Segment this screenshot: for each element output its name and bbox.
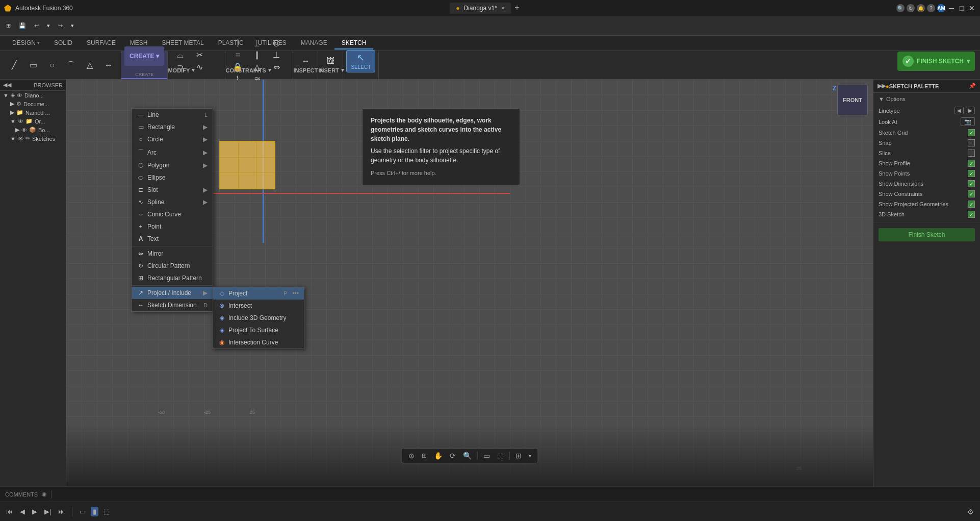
grid-btn[interactable]: ⊞ [3, 21, 14, 30]
menu-item-sketch-dimension[interactable]: ↔ Sketch Dimension D [132, 299, 213, 311]
undo-btn[interactable]: ↩ [31, 21, 42, 30]
ribbon-modify-offset-btn[interactable]: ⌓ [171, 49, 189, 61]
ribbon-constraint-perp-btn[interactable]: ⊥ [267, 49, 286, 61]
sketch-palette-pin-icon[interactable]: 📌 [969, 83, 976, 89]
submenu-item-project[interactable]: ◇ Project P ••• [213, 287, 304, 300]
showprofile-checkbox[interactable]: ✓ [968, 160, 975, 167]
menu-item-ellipse[interactable]: ⬭ Ellipse [132, 171, 213, 184]
menu-item-text[interactable]: A Text [132, 233, 213, 245]
showprojected-checkbox[interactable]: ✓ [968, 201, 975, 208]
playback-next-btn[interactable]: ▶| [42, 507, 53, 516]
browser-item-root2[interactable]: ▼ 👁 📁 Or... [0, 117, 66, 126]
sketchgrid-checkbox[interactable]: ✓ [968, 129, 975, 136]
notification-btn[interactable]: 🔔 [917, 4, 925, 12]
menu-item-slot[interactable]: ⊏ Slot ▶ [132, 184, 213, 196]
settings-btn[interactable]: ⚙ [965, 507, 976, 517]
submenu-item-intersection-curve[interactable]: ◉ Intersection Curve [213, 336, 304, 349]
finish-sketch-btn[interactable]: ✓ FINISH SKETCH ▾ [897, 52, 975, 71]
palette-options-title[interactable]: ▼ Options [879, 96, 975, 102]
menu-item-mirror[interactable]: ⇔ Mirror [132, 247, 213, 260]
menu-item-circle[interactable]: ○ Circle ▶ [132, 133, 213, 145]
redo-btn[interactable]: ↪ [55, 21, 66, 30]
ribbon-dimen-btn[interactable]: ↔ [99, 60, 118, 71]
browser-collapse-icon[interactable]: ◀◀ [3, 82, 11, 88]
tab-design[interactable]: DESIGN ▾ [5, 37, 47, 49]
create-menu-btn[interactable]: CREATE ▾ [124, 46, 164, 66]
canvas-pan-btn[interactable]: ⊞ [419, 451, 429, 460]
canvas-orbit-btn[interactable]: ⊕ [406, 451, 417, 461]
menu-item-circular-pattern[interactable]: ↻ Circular Pattern [132, 260, 213, 272]
sketch-palette-collapse-icon[interactable]: ▶▶ [878, 83, 886, 89]
document-close-icon[interactable]: × [501, 5, 505, 12]
showpoints-checkbox[interactable]: ✓ [968, 170, 975, 177]
ribbon-rect-btn[interactable]: ▭ [24, 60, 42, 71]
browser-item-sketches[interactable]: ▼ 👁 ✏ Sketches [0, 134, 66, 143]
help-btn[interactable]: ? [927, 4, 935, 12]
minimize-btn[interactable]: ─ [947, 4, 956, 12]
redo-dropdown-btn[interactable]: ▾ [68, 21, 77, 30]
close-btn[interactable]: ✕ [968, 4, 976, 12]
lookat-btn[interactable]: 📷 [961, 117, 975, 126]
submenu-item-intersect[interactable]: ⊗ Intersect [213, 300, 304, 312]
menu-item-arc[interactable]: ⌒ Arc ▶ [132, 145, 213, 159]
selection-rect-btn[interactable]: ▭ [78, 507, 88, 516]
showconstraints-checkbox[interactable]: ✓ [968, 190, 975, 197]
ribbon-modify-trim-btn[interactable]: ✂ [190, 49, 209, 61]
constraints-dropdown-btn[interactable]: CONSTRAINTS▾ [225, 67, 271, 73]
ribbon-poly-btn[interactable]: △ [81, 60, 99, 71]
ribbon-arc-btn[interactable]: ⌒ [62, 60, 80, 71]
insert-dropdown-btn[interactable]: INSERT▾ [318, 67, 344, 73]
new-tab-btn[interactable]: + [514, 3, 519, 12]
playback-play-btn[interactable]: ▶ [30, 507, 39, 516]
search-btn[interactable]: 🔍 [896, 4, 905, 12]
canvas-display-btn[interactable]: ▭ [481, 451, 493, 461]
sketch3d-checkbox[interactable]: ✓ [968, 211, 975, 218]
menu-item-project-include[interactable]: ↗ Project / Include ▶ ◇ Project P ••• ⊗ [132, 287, 213, 299]
ribbon-line-btn[interactable]: ╱ [5, 60, 23, 71]
undo-dropdown-btn[interactable]: ▾ [44, 21, 53, 30]
tab-manage[interactable]: MANAGE [294, 37, 334, 49]
viewcube[interactable]: FRONT [837, 85, 868, 115]
menu-item-polygon[interactable]: ⬡ Polygon ▶ [132, 159, 213, 171]
menu-item-rect-pattern[interactable]: ⊞ Rectangular Pattern [132, 272, 213, 284]
canvas-grid-dropdown-btn[interactable]: ▾ [526, 452, 534, 460]
maximize-btn[interactable]: □ [958, 4, 966, 12]
linetype-prev-btn[interactable]: ◀ [955, 107, 964, 114]
playback-prev-btn[interactable]: ◀ [18, 507, 27, 516]
slice-checkbox[interactable] [968, 150, 975, 157]
menu-item-rectangle[interactable]: ▭ Rectangle ▶ [132, 121, 213, 133]
ribbon-circle-btn[interactable]: ○ [43, 60, 61, 71]
canvas-area[interactable]: -50 -25 25 25 FRONT Z ⊕ ⊞ ✋ ⟳ � [66, 80, 873, 486]
ribbon-constraint-coincident-btn[interactable]: | [228, 37, 247, 48]
refresh-btn[interactable]: ↻ [907, 4, 915, 12]
snap-checkbox[interactable] [968, 139, 975, 146]
tab-solid[interactable]: SOLID [47, 37, 80, 49]
menu-item-conic[interactable]: ⌣ Conic Curve [132, 208, 213, 220]
tab-sketch[interactable]: SKETCH [334, 37, 374, 49]
showdimensions-checkbox[interactable]: ✓ [968, 180, 975, 187]
browser-item-bodies[interactable]: ▶ 👁 📦 Bo... [0, 126, 66, 134]
tab-surface[interactable]: SURFACE [80, 37, 123, 49]
comments-expand-icon[interactable]: ◉ [42, 491, 47, 498]
menu-item-point[interactable]: + Point [132, 220, 213, 233]
palette-finish-sketch-btn[interactable]: Finish Sketch [879, 228, 975, 241]
browser-sketches-visibility[interactable]: 👁 [18, 136, 23, 142]
canvas-zoom-btn[interactable]: 🔍 [460, 451, 474, 461]
ribbon-constraint-parallel-btn[interactable]: ∥ [248, 49, 266, 61]
selection-box-btn[interactable]: ▮ [91, 507, 98, 516]
user-avatar[interactable]: AM [937, 4, 945, 12]
ribbon-inspect-measure-btn[interactable]: ↔ [296, 56, 315, 67]
playback-start-btn[interactable]: ⏮ [4, 507, 15, 516]
select-dropdown-btn[interactable]: ↖ SELECT [346, 50, 375, 72]
canvas-orbit2-btn[interactable]: ⟳ [447, 451, 458, 461]
ribbon-insert-image-btn[interactable]: 🖼 [321, 56, 340, 67]
selection-lasso-btn[interactable]: ⬚ [101, 507, 112, 516]
ribbon-constraint-concentric-btn[interactable]: ◎ [267, 37, 286, 48]
menu-item-spline[interactable]: ∿ Spline ▶ [132, 196, 213, 208]
canvas-grid-btn[interactable]: ⊞ [513, 451, 524, 461]
browser-root2-visibility[interactable]: 👁 [18, 118, 23, 125]
tab-design-dropdown-icon[interactable]: ▾ [37, 40, 40, 45]
canvas-look-btn[interactable]: ✋ [431, 451, 445, 461]
ribbon-constraint-collinear-btn[interactable]: ⌶ [248, 37, 266, 48]
browser-item-named[interactable]: ▶ 📁 Named ... [0, 108, 66, 117]
